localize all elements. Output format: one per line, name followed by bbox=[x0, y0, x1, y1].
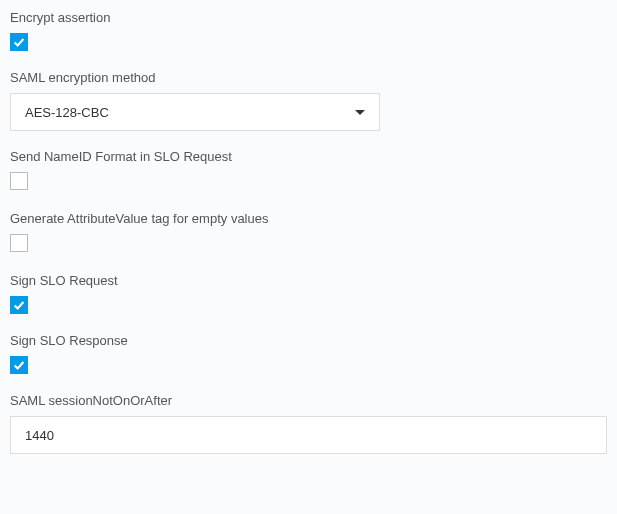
label-encryption-method: SAML encryption method bbox=[10, 70, 607, 85]
check-icon bbox=[12, 35, 26, 49]
checkbox-sign-slo-response[interactable] bbox=[10, 356, 28, 374]
check-icon bbox=[12, 298, 26, 312]
field-session-not-on-or-after: SAML sessionNotOnOrAfter bbox=[10, 393, 607, 454]
input-session-not-on-or-after[interactable] bbox=[10, 416, 607, 454]
checkbox-send-nameid[interactable] bbox=[10, 172, 28, 190]
label-send-nameid: Send NameID Format in SLO Request bbox=[10, 149, 607, 164]
field-generate-empty: Generate AttributeValue tag for empty va… bbox=[10, 211, 607, 255]
checkbox-generate-empty[interactable] bbox=[10, 234, 28, 252]
checkbox-encrypt-assertion[interactable] bbox=[10, 33, 28, 51]
field-encrypt-assertion: Encrypt assertion bbox=[10, 10, 607, 52]
checkbox-sign-slo-request[interactable] bbox=[10, 296, 28, 314]
check-icon bbox=[12, 358, 26, 372]
chevron-down-icon bbox=[355, 110, 365, 115]
field-encryption-method: SAML encryption method AES-128-CBC bbox=[10, 70, 607, 131]
field-sign-slo-response: Sign SLO Response bbox=[10, 333, 607, 375]
field-sign-slo-request: Sign SLO Request bbox=[10, 273, 607, 315]
field-send-nameid: Send NameID Format in SLO Request bbox=[10, 149, 607, 193]
label-sign-slo-response: Sign SLO Response bbox=[10, 333, 607, 348]
select-encryption-method[interactable]: AES-128-CBC bbox=[10, 93, 380, 131]
select-encryption-method-value: AES-128-CBC bbox=[25, 105, 355, 120]
label-encrypt-assertion: Encrypt assertion bbox=[10, 10, 607, 25]
label-sign-slo-request: Sign SLO Request bbox=[10, 273, 607, 288]
label-generate-empty: Generate AttributeValue tag for empty va… bbox=[10, 211, 607, 226]
label-session-not-on-or-after: SAML sessionNotOnOrAfter bbox=[10, 393, 607, 408]
